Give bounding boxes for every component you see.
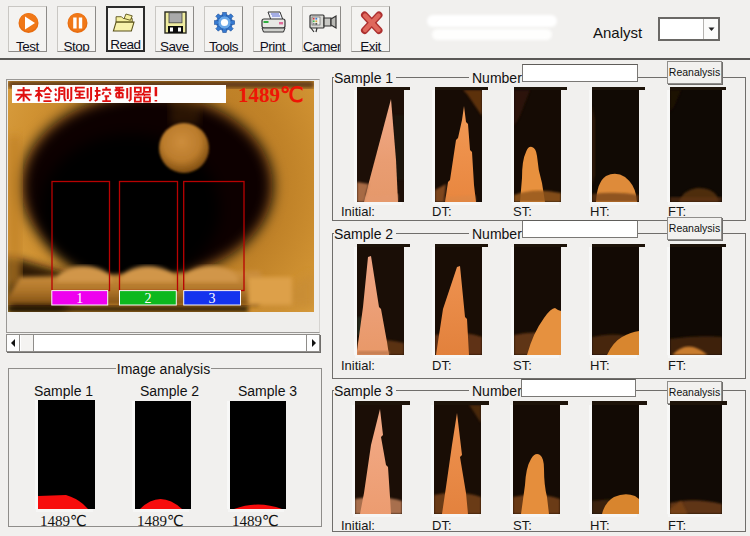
svg-text:3: 3 [209, 291, 216, 306]
svg-text:1489℃: 1489℃ [238, 83, 304, 107]
svg-text:1: 1 [76, 291, 83, 306]
svg-text:2: 2 [144, 291, 151, 306]
